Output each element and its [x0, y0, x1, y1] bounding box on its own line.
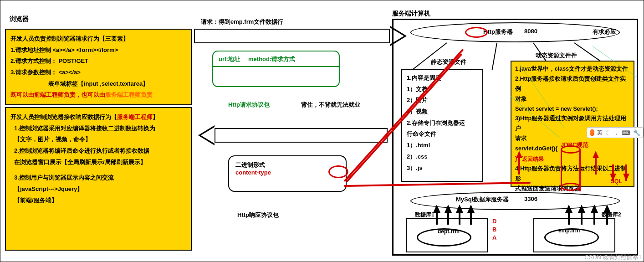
- text: 【前端/服务端】: [10, 195, 186, 206]
- jdbc-label: JDBC规范: [561, 141, 588, 149]
- red-highlight-ellipse: [328, 165, 348, 178]
- ime-toolbar[interactable]: 英 ☾ ， ⌨ 🔧: [587, 127, 644, 138]
- up-arrow: [591, 205, 598, 213]
- ime-lang[interactable]: 英: [597, 129, 603, 137]
- text: 3）视频: [407, 106, 478, 118]
- text: 服务端工程师负责: [105, 91, 153, 98]
- content-type: content-type: [235, 169, 339, 176]
- red-down-arrow: [610, 174, 616, 181]
- text: 服务端工程师: [117, 113, 153, 120]
- request-arrow: [194, 29, 390, 43]
- comma-icon[interactable]: ，: [613, 129, 619, 137]
- port-8080: 8080: [524, 28, 537, 35]
- text: 【文字，图片，视频，命令】: [10, 134, 186, 145]
- frm1-label: dept.frm: [438, 228, 460, 235]
- static-resource-box: 1.内容是固定 1）文档 2）图片 3）视频 2.存储专门在浏览器运 行命令文件…: [401, 69, 483, 182]
- text: Servlet servlet = new Servlet();: [515, 104, 630, 114]
- text: 2.存储专门在浏览器运: [407, 118, 478, 129]
- db1-label: 数据库1: [415, 211, 434, 219]
- http-request-label: Http请求协议包: [228, 101, 270, 109]
- text: 表单域标签【input ,select,textarea】: [10, 78, 186, 90]
- dba-label: D B A: [492, 217, 497, 242]
- url-label: url:地址: [219, 56, 240, 62]
- http-server-ellipse: [410, 22, 620, 42]
- text: 3）.js: [407, 163, 478, 174]
- text: 开发人员控制浏览器接收响应数据行为【: [10, 113, 117, 120]
- red-highlight-ellipse: [465, 27, 488, 38]
- red-up-arrow: [516, 151, 522, 158]
- remember-text: 背住，不背就无法就业: [301, 101, 360, 109]
- mysql-label: MySql数据库服务器: [456, 195, 509, 204]
- up-arrow: [445, 205, 452, 213]
- text: 1.java世界中，class文件才是动态资源文件: [515, 64, 630, 74]
- response-arrow-head: [198, 125, 215, 145]
- browser-label: 浏览器: [10, 15, 29, 23]
- dynamic-resource-label: 动态资源文件件: [536, 51, 577, 60]
- ime-logo-icon[interactable]: [590, 129, 594, 136]
- browser-request-box: 开发人员负责控制浏览器请求行为【三要素】 1.请求地址控制 <a></a> <f…: [5, 29, 192, 105]
- text: 在浏览器窗口展示【全局刷新展示/局部刷新展示】: [10, 157, 186, 168]
- red-up-arrow: [593, 151, 599, 158]
- mysql-ellipse: [410, 192, 620, 210]
- database-2: [533, 218, 615, 252]
- text: 1）.html: [407, 140, 478, 151]
- database-1: [406, 218, 488, 252]
- diagram-canvas: 浏览器 开发人员负责控制浏览器请求行为【三要素】 1.请求地址控制 <a></a…: [0, 0, 644, 262]
- server-computer-label: 服务端计算机: [392, 10, 430, 18]
- youqiu-label: 有求必应: [593, 28, 616, 36]
- binary-form: 二进制形式: [235, 161, 339, 169]
- text: 既可以由前端工程师负责，也可以由: [10, 91, 105, 98]
- watermark: CSDN @青灯照颜寒1: [584, 253, 642, 262]
- text: 对象: [515, 94, 630, 104]
- return-result-label: 返回结果: [522, 155, 544, 163]
- up-arrow: [467, 205, 475, 213]
- text: 1.控制浏览器采用对应编译器将接收二进制数据转换为: [10, 123, 186, 134]
- text: 2.控制浏览器将编译后命令进行执行或者将接收数据: [10, 145, 186, 157]
- up-arrow: [456, 205, 463, 213]
- up-arrow: [578, 205, 585, 213]
- text: 1.请求地址控制 <a></a> <form></form>: [10, 45, 186, 56]
- text: 2.请求方式控制： POST/GET: [10, 56, 186, 67]
- text: 】: [153, 113, 158, 120]
- port-3306: 3306: [524, 195, 537, 202]
- text: 3.控制用户与浏览器展示内容之间交流: [10, 172, 186, 184]
- up-arrow: [565, 205, 572, 213]
- http-request-package: url:地址 method:请求方式: [212, 51, 340, 87]
- text: 2.Http服务器接收请求后负责创建类文件实例: [515, 74, 630, 94]
- http-response-label: Http响应协议包: [237, 211, 279, 219]
- moon-icon[interactable]: ☾: [605, 129, 611, 136]
- frm2-label: emp.frm: [558, 227, 580, 234]
- request-label: 请求：得到emp.frm文件数据行: [201, 18, 283, 26]
- text: 1）文档: [407, 84, 478, 95]
- method-label: method:请求方式: [248, 56, 295, 62]
- settings-icon[interactable]: 🔧: [633, 129, 640, 136]
- text: 开发人员负责控制浏览器请求行为【三要素】: [10, 33, 186, 45]
- text: 既可以由前端工程师负责，也可以由服务端工程师负责: [10, 89, 186, 101]
- up-arrow: [603, 205, 611, 213]
- divider: [213, 66, 339, 67]
- browser-response-box: 开发人员控制浏览器接收响应数据行为【服务端工程师】 1.控制浏览器采用对应编译器…: [5, 107, 192, 251]
- keyboard-icon[interactable]: ⌨: [622, 129, 630, 136]
- text: 【javaScript--->Jquery】: [10, 184, 186, 195]
- text: 2）.css: [407, 151, 478, 163]
- text: 开发人员控制浏览器接收响应数据行为【服务端工程师】: [10, 112, 186, 123]
- jdbc-cylinder: [561, 145, 581, 191]
- text: 3.请求参数控制： <a></a>: [10, 67, 186, 78]
- up-arrow: [433, 205, 440, 213]
- red-down-arrow: [623, 174, 629, 181]
- text: 行命令文件: [407, 128, 478, 140]
- response-arrow: [215, 128, 388, 143]
